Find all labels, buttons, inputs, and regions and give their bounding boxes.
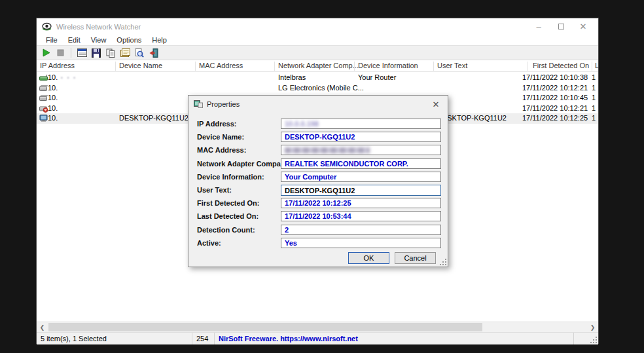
- toolbar: [37, 45, 598, 60]
- dialog-close-button[interactable]: ✕: [429, 98, 442, 110]
- status-count-label: 254: [196, 335, 208, 343]
- column-header-1[interactable]: Device Name: [119, 62, 162, 69]
- column-header-5[interactable]: User Text: [437, 62, 467, 69]
- titlebar[interactable]: Wireless Network Watcher – ✕: [37, 18, 598, 35]
- field-label-7: Last Detected On:: [197, 212, 259, 220]
- field-value-7: 17/11/2022 10:53:44: [285, 212, 351, 220]
- cell-last: 1: [592, 104, 596, 112]
- close-button[interactable]: ✕: [572, 18, 594, 35]
- cell-last: 1: [592, 94, 596, 102]
- minimize-button[interactable]: –: [528, 18, 550, 35]
- status-items-label: 5 item(s), 1 Selected: [41, 335, 107, 343]
- find-icon: [135, 48, 144, 58]
- dialog-titlebar[interactable]: Properties ✕: [188, 96, 448, 113]
- menu-item-options[interactable]: Options: [111, 36, 147, 44]
- table-row[interactable]: 10. • • •IntelbrasYour Router17/11/2022 …: [37, 73, 598, 83]
- column-separator[interactable]: [274, 62, 275, 71]
- stop-scan-button[interactable]: [55, 48, 65, 58]
- field-input-4[interactable]: Your Computer: [281, 172, 441, 182]
- column-separator[interactable]: [195, 62, 196, 71]
- column-separator[interactable]: [528, 62, 528, 71]
- menu-item-help[interactable]: Help: [147, 36, 172, 44]
- column-separator[interactable]: [433, 62, 434, 71]
- menu-item-view[interactable]: View: [86, 36, 112, 44]
- properties-dialog: Properties ✕ IP Address:10.0.0.198Device…: [188, 95, 448, 267]
- table-row[interactable]: 10.LG Electronics (Mobile C...17/11/2022…: [37, 83, 598, 94]
- column-separator[interactable]: [354, 62, 355, 71]
- save-icon: [92, 48, 101, 58]
- field-input-5[interactable]: DESKTOP-KGQ11U2: [281, 185, 441, 196]
- start-scan-button[interactable]: [41, 48, 51, 58]
- field-label-8: Detection Count:: [197, 226, 255, 234]
- column-header-2[interactable]: MAC Address: [199, 62, 243, 69]
- dialog-window-icon: [194, 100, 203, 108]
- cell-ip: 10.: [48, 114, 58, 122]
- cancel-button[interactable]: Cancel: [395, 252, 436, 264]
- scroll-left-arrow[interactable]: ❮: [37, 322, 48, 332]
- window-title: Wireless Network Watcher: [56, 23, 141, 31]
- cell-first_detected: 17/11/2022 10:12:21: [522, 84, 588, 92]
- field-input-0[interactable]: 10.0.0.198: [281, 119, 441, 129]
- dialog-resize-grip[interactable]: [440, 259, 447, 266]
- field-input-1[interactable]: DESKTOP-KGQ11U2: [281, 132, 441, 142]
- field-label-6: First Detected On:: [197, 199, 259, 207]
- cell-adapter: Intelbras: [278, 73, 306, 81]
- desktop-background: Wireless Network Watcher – ✕ FileEditVie…: [0, 0, 644, 353]
- scrollbar-thumb[interactable]: [48, 323, 482, 331]
- field-input-2[interactable]: [281, 145, 441, 155]
- computer-icon: [39, 115, 48, 122]
- statusbar: 5 item(s), 1 Selected 254 NirSoft Freewa…: [37, 332, 598, 344]
- field-value-9: Yes: [285, 239, 297, 247]
- toolbar-separator: [71, 48, 71, 58]
- properties-icon: [120, 48, 130, 57]
- maximize-icon: [558, 24, 564, 29]
- html-report-icon: [77, 48, 87, 57]
- column-header-4[interactable]: Device Information: [358, 62, 418, 69]
- exit-button[interactable]: [149, 48, 159, 58]
- field-input-3[interactable]: REALTEK SEMICONDUCTOR CORP.: [281, 158, 441, 169]
- app-eye-icon: [42, 22, 52, 31]
- cell-info: Your Router: [358, 73, 396, 81]
- horizontal-scrollbar[interactable]: ❮ ❯: [37, 322, 598, 332]
- column-header-0[interactable]: IP Address: [40, 62, 75, 69]
- scroll-right-arrow[interactable]: ❯: [587, 322, 598, 332]
- stop-icon: [57, 49, 64, 56]
- nirsoft-link[interactable]: NirSoft Freeware. https://www.nirsoft.ne…: [219, 335, 358, 343]
- field-value-8: 2: [285, 226, 289, 234]
- router-icon: [39, 74, 48, 81]
- column-header-6[interactable]: First Detected On: [533, 62, 589, 69]
- field-input-9[interactable]: Yes: [281, 238, 441, 248]
- column-header-3[interactable]: Network Adapter Comp...: [278, 62, 359, 69]
- field-label-5: User Text:: [197, 186, 232, 194]
- field-value-0: 10.0.0.198: [285, 120, 319, 128]
- field-value-3: REALTEK SEMICONDUCTOR CORP.: [285, 160, 408, 168]
- device-icon: [39, 94, 48, 102]
- properties-button[interactable]: [120, 48, 130, 58]
- play-icon: [42, 48, 50, 57]
- menu-item-edit[interactable]: Edit: [63, 36, 86, 44]
- cell-adapter: LG Electronics (Mobile C...: [278, 84, 364, 92]
- field-input-7[interactable]: 17/11/2022 10:53:44: [281, 211, 441, 221]
- column-separator[interactable]: [115, 62, 116, 71]
- status-selection-text: 5 item(s), 1 Selected: [37, 333, 192, 344]
- copy-button[interactable]: [105, 48, 116, 58]
- html-report-button[interactable]: [77, 48, 87, 58]
- status-count: 254: [192, 333, 215, 344]
- maximize-button[interactable]: [550, 18, 572, 35]
- column-header-7[interactable]: L: [595, 62, 599, 69]
- field-input-6[interactable]: 17/11/2022 10:12:25: [281, 198, 441, 208]
- cell-ip: 10.: [48, 94, 58, 102]
- device-icon: [39, 84, 48, 92]
- cell-first_detected: 17/11/2022 10:10:45: [522, 94, 588, 102]
- menu-item-file[interactable]: File: [41, 36, 63, 44]
- ok-button[interactable]: OK: [348, 252, 389, 264]
- field-label-4: Device Information:: [197, 173, 264, 181]
- column-separator[interactable]: [592, 62, 592, 71]
- field-input-8[interactable]: 2: [281, 225, 441, 235]
- field-value-5: DESKTOP-KGQ11U2: [285, 187, 355, 195]
- find-button[interactable]: [134, 48, 145, 58]
- save-button[interactable]: [91, 48, 101, 58]
- copy-icon: [106, 48, 115, 58]
- cell-last: 1: [592, 84, 596, 92]
- window-resize-grip[interactable]: [590, 336, 598, 344]
